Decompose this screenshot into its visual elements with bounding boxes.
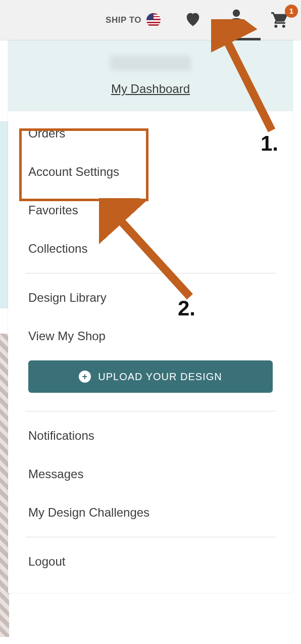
menu-notifications[interactable]: Notifications [8, 417, 293, 455]
menu-messages[interactable]: Messages [8, 455, 293, 493]
menu-account-settings[interactable]: Account Settings [8, 153, 293, 191]
menu-my-design-challenges[interactable]: My Design Challenges [8, 493, 293, 532]
menu-collections[interactable]: Collections [8, 229, 293, 268]
menu-section-shop: Design Library View My Shop + UPLOAD YOU… [8, 275, 293, 409]
top-bar: SHIP TO 1 [0, 0, 301, 40]
dropdown-header: My Dashboard [8, 40, 293, 111]
menu-logout[interactable]: Logout [8, 542, 293, 581]
active-tab-indicator [212, 38, 261, 40]
divider [25, 411, 276, 411]
plus-circle-icon: + [79, 371, 91, 383]
menu-orders[interactable]: Orders [8, 114, 293, 153]
upload-button-label: UPLOAD YOUR DESIGN [98, 371, 222, 383]
cart-count-badge: 1 [285, 5, 298, 18]
account-icon[interactable] [225, 8, 247, 32]
menu-section-logout: Logout [8, 539, 293, 584]
menu-section-account: Orders Account Settings Favorites Collec… [8, 111, 293, 271]
my-dashboard-link[interactable]: My Dashboard [111, 82, 190, 96]
ship-to-label: SHIP TO [106, 15, 141, 25]
menu-design-library[interactable]: Design Library [8, 279, 293, 317]
annotation-label-1: 1. [261, 131, 278, 156]
menu-favorites[interactable]: Favorites [8, 191, 293, 229]
upload-your-design-button[interactable]: + UPLOAD YOUR DESIGN [28, 360, 273, 393]
menu-view-my-shop[interactable]: View My Shop [8, 317, 293, 355]
divider [25, 273, 276, 273]
account-dropdown: My Dashboard Orders Account Settings Fav… [8, 40, 293, 593]
ship-to-selector[interactable]: SHIP TO [106, 13, 161, 27]
divider [25, 537, 276, 537]
favorites-icon[interactable] [182, 12, 204, 29]
menu-section-activity: Notifications Messages My Design Challen… [8, 413, 293, 535]
annotation-label-2: 2. [178, 296, 195, 320]
us-flag-icon [146, 13, 161, 27]
username-blurred [110, 56, 191, 71]
cart-icon[interactable]: 1 [269, 11, 291, 30]
